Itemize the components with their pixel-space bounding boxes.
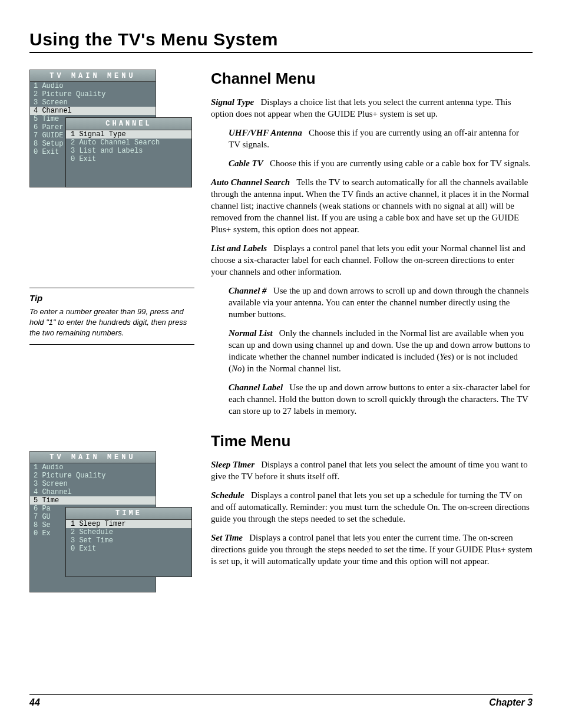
submenu-title: TIME [66,508,191,520]
submenu-time: TIME 1 Sleep Timer 2 Schedule 3 Set Time… [65,507,192,577]
submenu-item: 0 Exit [66,545,191,553]
submenu-item: 3 List and Labels [66,147,191,155]
tv-menu-figure-channel: TV MAIN MENU 1 Audio 2 Picture Quality 3… [29,70,156,187]
tv-menu-figure-time: TV MAIN MENU 1 Audio 2 Picture Quality 3… [29,451,156,592]
submenu-item-selected: 1 Signal Type [66,130,191,139]
submenu-channel: CHANNEL 1 Signal Type 2 Auto Channel Sea… [65,117,192,187]
menu-item: 1 Audio [30,82,156,90]
menu-item-selected: 5 Time [30,496,156,505]
chapter-label: Chapter 3 [489,697,533,708]
page-number: 44 [29,697,40,708]
submenu-item: 2 Auto Channel Search [66,139,191,147]
menu-item: 2 Picture Quality [30,90,156,98]
menu-item: 3 Screen [30,480,156,488]
tip-text: To enter a number greater than 99, press… [29,307,194,338]
menu-item: 2 Picture Quality [30,472,156,480]
submenu-item: 3 Set Time [66,536,191,545]
section-heading-time: Time Menu [211,432,533,450]
submenu-title: CHANNEL [66,118,191,130]
para-list-labels: List and Labels Displays a control panel… [211,242,533,278]
para-uhf: UHF/VHF Antenna Choose this if you are c… [229,127,533,150]
menu-item: 3 Screen [30,98,156,107]
tv-main-menu-title: TV MAIN MENU [30,452,156,463]
menu-item: 1 Audio [30,463,156,472]
tip-box: Tip To enter a number greater than 99, p… [29,288,194,345]
para-normal-list: Normal List Only the channels included i… [229,327,533,374]
tip-heading: Tip [29,293,194,303]
tv-main-menu-title: TV MAIN MENU [30,70,156,82]
para-signal-type: Signal Type Displays a choice list that … [211,96,533,120]
menu-item: 4 Channel [30,488,156,496]
para-set-time: Set Time Displays a control panel that l… [211,532,533,567]
para-channel-label: Channel Label Use the up and down arrow … [229,381,533,417]
para-schedule: Schedule Displays a control panel that l… [211,489,533,525]
para-cable: Cable TV Choose this if you are currentl… [229,157,533,169]
submenu-item: 2 Schedule [66,528,191,536]
para-channel-num: Channel # Use the up and down arrows to … [229,285,533,320]
menu-item-selected: 4 Channel [30,107,156,115]
para-sleep-timer: Sleep Timer Displays a control panel tha… [211,459,533,482]
para-auto-search: Auto Channel Search Tells the TV to sear… [211,176,533,235]
submenu-item: 0 Exit [66,155,191,163]
page-title: Using the TV's Menu System [29,29,533,53]
submenu-item-selected: 1 Sleep Timer [66,520,191,528]
section-heading-channel: Channel Menu [211,70,533,88]
